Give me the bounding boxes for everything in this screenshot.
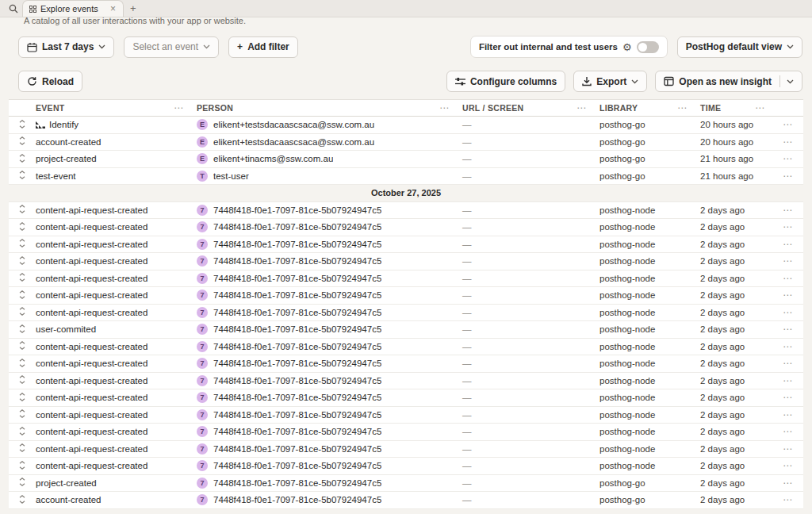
event-name[interactable]: account-created [36,137,101,147]
event-name[interactable]: content-api-request-created [36,308,147,317]
event-name[interactable]: content-api-request-created [36,205,147,215]
row-menu-icon[interactable]: ⋯ [783,359,793,368]
drag-expand-handle[interactable] [9,290,25,299]
drag-expand-handle[interactable] [9,120,25,128]
event-name[interactable]: account-created [36,495,101,504]
drag-expand-handle[interactable] [9,307,25,316]
person-link[interactable]: 7448f418-f0e1-7097-81ce-5b07924947c5 [213,495,381,504]
column-menu-icon[interactable]: ⋯ [755,103,765,113]
drag-expand-handle[interactable] [9,256,25,265]
internal-users-toggle[interactable] [637,41,659,53]
row-menu-icon[interactable]: ⋯ [783,205,793,215]
person-link[interactable]: 7448f418-f0e1-7097-81ce-5b07924947c5 [213,478,381,488]
row-menu-icon[interactable]: ⋯ [783,120,793,129]
person-link[interactable]: elikent+testsdacaascsaca@ssw.com.au [213,137,374,147]
row-menu-icon[interactable]: ⋯ [783,410,793,420]
drag-expand-handle[interactable] [9,205,25,213]
drag-expand-handle[interactable] [9,359,25,367]
row-menu-icon[interactable]: ⋯ [783,308,793,317]
close-tab-icon[interactable]: × [109,4,117,13]
drag-expand-handle[interactable] [9,136,25,145]
drag-expand-handle[interactable] [9,409,25,418]
person-link[interactable]: 7448f418-f0e1-7097-81ce-5b07924947c5 [213,376,381,386]
event-name[interactable]: content-api-request-created [36,240,147,249]
person-link[interactable]: 7448f418-f0e1-7097-81ce-5b07924947c5 [213,410,381,420]
event-name[interactable]: user-commited [36,324,96,334]
person-link[interactable]: 7448f418-f0e1-7097-81ce-5b07924947c5 [213,222,381,232]
person-link[interactable]: 7448f418-f0e1-7097-81ce-5b07924947c5 [213,427,381,436]
view-selector-button[interactable]: PostHog default view [677,36,802,58]
person-link[interactable]: 7448f418-f0e1-7097-81ce-5b07924947c5 [213,240,381,249]
drag-expand-handle[interactable] [9,154,25,163]
person-link[interactable]: elikent+tinacms@ssw.com.au [213,154,333,163]
drag-expand-handle[interactable] [9,273,25,282]
person-link[interactable]: elikent+testsdacaascsaca@ssw.com.au [213,120,374,129]
person-link[interactable]: 7448f418-f0e1-7097-81ce-5b07924947c5 [213,308,381,317]
person-link[interactable]: 7448f418-f0e1-7097-81ce-5b07924947c5 [213,324,381,334]
row-menu-icon[interactable]: ⋯ [783,256,793,266]
row-menu-icon[interactable]: ⋯ [783,137,793,147]
person-link[interactable]: 7448f418-f0e1-7097-81ce-5b07924947c5 [213,359,381,368]
drag-expand-handle[interactable] [9,341,25,350]
event-name[interactable]: content-api-request-created [36,410,147,420]
event-name[interactable]: project-created [36,154,97,163]
drag-expand-handle[interactable] [9,171,25,179]
row-menu-icon[interactable]: ⋯ [783,324,793,334]
person-link[interactable]: 7448f418-f0e1-7097-81ce-5b07924947c5 [213,256,381,266]
person-link[interactable]: 7448f418-f0e1-7097-81ce-5b07924947c5 [213,393,381,402]
event-name[interactable]: test-event [36,171,76,181]
person-link[interactable]: 7448f418-f0e1-7097-81ce-5b07924947c5 [213,444,381,454]
drag-expand-handle[interactable] [9,427,25,435]
drag-expand-handle[interactable] [9,443,25,452]
event-name[interactable]: content-api-request-created [36,376,147,386]
event-name[interactable]: content-api-request-created [36,342,147,351]
row-menu-icon[interactable]: ⋯ [783,222,793,232]
drag-expand-handle[interactable] [9,324,25,333]
person-link[interactable]: 7448f418-f0e1-7097-81ce-5b07924947c5 [213,205,381,215]
row-menu-icon[interactable]: ⋯ [783,154,793,163]
event-name[interactable]: content-api-request-created [36,274,147,283]
drag-expand-handle[interactable] [9,239,25,247]
gear-icon[interactable]: ⚙ [622,41,632,53]
event-name[interactable]: project-created [36,478,97,488]
row-menu-icon[interactable]: ⋯ [783,495,793,504]
drag-expand-handle[interactable] [9,478,25,486]
drag-expand-handle[interactable] [9,495,25,504]
event-name[interactable]: content-api-request-created [36,290,147,300]
row-menu-icon[interactable]: ⋯ [783,427,793,436]
column-menu-icon[interactable]: ⋯ [439,103,450,113]
row-menu-icon[interactable]: ⋯ [783,376,793,386]
configure-columns-button[interactable]: Configure columns [446,71,565,92]
row-menu-icon[interactable]: ⋯ [783,274,793,283]
event-name[interactable]: content-api-request-created [36,222,147,232]
open-as-new-insight-button[interactable]: Open as new insight [655,71,802,92]
column-menu-icon[interactable]: ⋯ [576,103,587,113]
row-menu-icon[interactable]: ⋯ [783,461,793,470]
drag-expand-handle[interactable] [9,461,25,470]
column-menu-icon[interactable]: ⋯ [677,103,688,113]
add-filter-button[interactable]: + Add filter [228,36,298,58]
event-name[interactable]: content-api-request-created [36,427,147,436]
person-link[interactable]: test-user [213,171,249,181]
date-range-button[interactable]: Last 7 days [18,36,114,58]
event-name[interactable]: Identify [36,120,79,129]
person-link[interactable]: 7448f418-f0e1-7097-81ce-5b07924947c5 [213,342,381,351]
person-link[interactable]: 7448f418-f0e1-7097-81ce-5b07924947c5 [213,461,381,470]
column-menu-icon[interactable]: ⋯ [174,103,184,113]
person-link[interactable]: 7448f418-f0e1-7097-81ce-5b07924947c5 [213,274,381,283]
row-menu-icon[interactable]: ⋯ [783,342,793,351]
event-name[interactable]: content-api-request-created [36,256,147,266]
event-name[interactable]: content-api-request-created [36,359,147,368]
event-name[interactable]: content-api-request-created [36,461,147,470]
export-button[interactable]: Export [573,71,647,92]
event-name[interactable]: content-api-request-created [36,393,147,402]
search-icon[interactable] [5,1,22,17]
person-link[interactable]: 7448f418-f0e1-7097-81ce-5b07924947c5 [213,290,381,300]
drag-expand-handle[interactable] [9,375,25,384]
row-menu-icon[interactable]: ⋯ [783,240,793,249]
row-menu-icon[interactable]: ⋯ [783,290,793,300]
drag-expand-handle[interactable] [9,222,25,231]
row-menu-icon[interactable]: ⋯ [783,478,793,488]
tab-explore-events[interactable]: Explore events × [22,0,124,17]
new-tab-button[interactable]: + [130,2,136,14]
